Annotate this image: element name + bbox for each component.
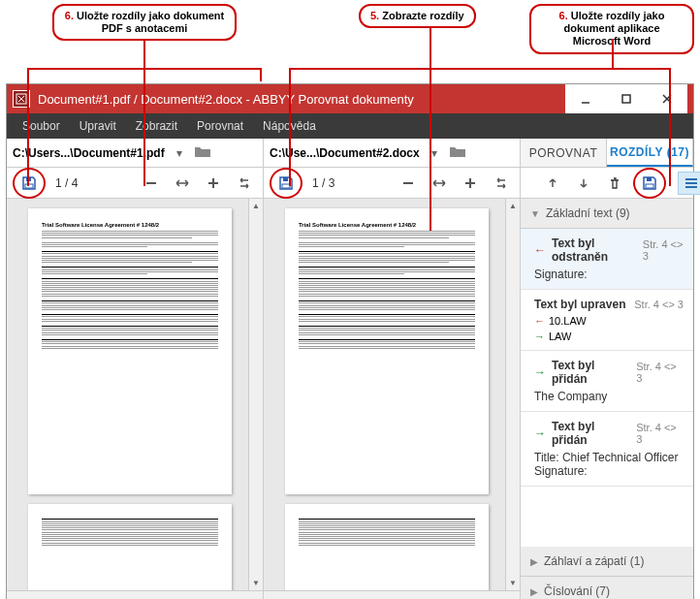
list-view-toggle[interactable] [678, 172, 700, 195]
chevron-right-icon: ▶ [530, 556, 538, 567]
diff-item-removed[interactable]: ← Text byl odstraněn Str. 4 <> 3 Signatu… [521, 229, 693, 290]
app-window: Document#1.pdf / Document#2.docx - ABBYY… [6, 83, 694, 599]
zoom-out-button[interactable] [139, 172, 164, 195]
left-page-indicator: 1 / 4 [51, 176, 81, 190]
tab-diffs[interactable]: ROZDÍLY (17) [607, 139, 693, 167]
next-diff-button[interactable] [571, 172, 596, 195]
scrollbar-vertical[interactable]: ▲ ▼ [248, 199, 263, 590]
callout-save-pdf: 6. Uložte rozdíly jako dokument PDF s an… [52, 4, 237, 41]
scrollbar-vertical[interactable]: ▲ ▼ [505, 199, 520, 590]
arrow-right-icon: → [534, 426, 546, 440]
group-header-footer[interactable]: ▶ Záhlaví a zápatí (1) [521, 547, 693, 577]
close-button[interactable] [647, 84, 687, 113]
diff-body: Title: Chief Technical Officer Signature… [534, 451, 684, 478]
left-tools: 1 / 4 [7, 168, 264, 198]
path-row: C:\Users...\Document#1.pdf ▾ C:\Use...\D… [7, 139, 693, 168]
callout-text: Zobrazte rozdíly [382, 10, 463, 21]
arrow-right-icon: → [534, 365, 546, 379]
prev-diff-button[interactable] [540, 172, 565, 195]
side-tabs: POROVNAT ROZDÍLY (17) [521, 139, 693, 167]
right-doc-pane[interactable]: Trial Software License Agreement # 1248/… [264, 199, 521, 599]
window-title: Document#1.pdf / Document#2.docx - ABBYY… [38, 92, 414, 107]
arrow-left-icon: ← [534, 315, 545, 327]
callout-num: 6. [65, 10, 74, 21]
tool-row: 1 / 4 1 / 3 [7, 168, 693, 199]
diff-item-added[interactable]: → Text byl přidán Str. 4 <> 3 Title: Chi… [521, 412, 693, 487]
doc-heading: Trial Software License Agreement # 1248/… [299, 222, 475, 228]
scroll-up-icon[interactable]: ▲ [249, 199, 264, 213]
scrollbar-horizontal[interactable] [7, 590, 263, 599]
scrollbar-horizontal[interactable] [264, 590, 520, 599]
diff-item-added[interactable]: → Text byl přidán Str. 4 <> 3 The Compan… [521, 351, 693, 412]
diff-item-edited[interactable]: Text byl upraven Str. 4 <> 3 ← 10.LAW → … [521, 290, 693, 351]
folder-icon[interactable] [449, 144, 466, 161]
menu-file[interactable]: Soubor [13, 115, 70, 137]
left-doc-path: C:\Users...\Document#1.pdf [13, 146, 165, 160]
doc-heading: Trial Software License Agreement # 1248/… [42, 222, 218, 228]
right-doc-path-cell: C:\Use...\Document#2.docx ▾ [264, 139, 521, 167]
arrow-left-icon: ← [534, 243, 546, 257]
doc-page: Trial Software License Agreement # 1248/… [28, 208, 232, 494]
diff-body: The Company [534, 390, 684, 403]
scroll-up-icon[interactable]: ▲ [506, 199, 521, 213]
scroll-down-icon[interactable]: ▼ [249, 576, 264, 590]
left-doc-pane[interactable]: Trial Software License Agreement # 1248/… [7, 199, 264, 599]
diff-title: Text byl přidán [552, 420, 630, 447]
save-diffs-button[interactable] [637, 172, 662, 195]
zoom-out-button[interactable] [396, 172, 421, 195]
diff-location: Str. 4 <> 3 [634, 299, 684, 310]
callout-num: 5. [370, 10, 379, 21]
menu-bar: Soubor Upravit Zobrazit Porovnat Nápověd… [7, 113, 693, 139]
diff-title: Text byl přidán [552, 359, 630, 386]
diff-to: LAW [549, 331, 571, 342]
tab-compare[interactable]: POROVNAT [521, 139, 607, 167]
folder-icon[interactable] [194, 144, 211, 161]
svg-rect-13 [647, 177, 652, 181]
callout-num: 6. [559, 10, 568, 21]
menu-view[interactable]: Zobrazit [126, 115, 187, 137]
zoom-in-button[interactable] [201, 172, 226, 195]
content-area: Trial Software License Agreement # 1248/… [7, 199, 693, 599]
diff-location: Str. 4 <> 3 [636, 422, 684, 445]
diff-body: Signature: [534, 268, 684, 281]
left-doc-path-cell: C:\Users...\Document#1.pdf ▾ [7, 139, 264, 167]
group-label: Číslování (7) [544, 584, 610, 598]
diff-pane: ▼ Základní text (9) ← Text byl odstraněn… [521, 199, 693, 599]
callout-text: Uložte rozdíly jako dokument PDF s anota… [77, 10, 224, 34]
group-label: Záhlaví a zápatí (1) [544, 554, 644, 568]
diff-from: 10.LAW [549, 315, 587, 327]
menu-edit[interactable]: Upravit [70, 115, 126, 137]
group-body-text[interactable]: ▼ Základní text (9) [521, 199, 693, 229]
sync-scroll-button[interactable] [232, 172, 257, 195]
svg-rect-14 [646, 184, 653, 188]
chevron-down-icon: ▼ [530, 208, 540, 219]
diff-location: Str. 4 <> 3 [643, 238, 684, 262]
arrow-right-icon: → [534, 331, 545, 342]
callout-show-diffs: 5. Zobrazte rozdíly [359, 4, 476, 28]
right-page-indicator: 1 / 3 [308, 176, 338, 190]
zoom-in-button[interactable] [458, 172, 483, 195]
group-numbering[interactable]: ▶ Číslování (7) [521, 577, 693, 599]
title-bar[interactable]: Document#1.pdf / Document#2.docx - ABBYY… [7, 84, 693, 113]
doc-page: Trial Software License Agreement # 1248/… [285, 208, 489, 494]
diff-location: Str. 4 <> 3 [636, 361, 684, 384]
menu-compare[interactable]: Porovnat [187, 115, 253, 137]
scroll-down-icon[interactable]: ▼ [506, 576, 521, 590]
right-doc-path: C:\Use...\Document#2.docx [270, 146, 420, 160]
doc-page [28, 504, 232, 596]
caret-down-icon[interactable]: ▾ [431, 146, 437, 160]
svg-rect-2 [622, 95, 630, 103]
save-right-button[interactable] [273, 172, 299, 195]
diff-title: Text byl upraven [534, 298, 625, 311]
caret-down-icon[interactable]: ▾ [176, 146, 182, 160]
chevron-right-icon: ▶ [530, 586, 538, 597]
delete-diff-button[interactable] [602, 172, 627, 195]
right-tools: 1 / 3 [264, 168, 521, 198]
fit-width-button[interactable] [170, 172, 195, 195]
callout-text: Uložte rozdíly jako dokument aplikace Mi… [563, 10, 664, 47]
sync-scroll-button[interactable] [489, 172, 514, 195]
save-left-button[interactable] [16, 172, 42, 195]
maximize-button[interactable] [606, 84, 647, 113]
minimize-button[interactable] [565, 84, 606, 113]
diff-tools [521, 168, 700, 198]
